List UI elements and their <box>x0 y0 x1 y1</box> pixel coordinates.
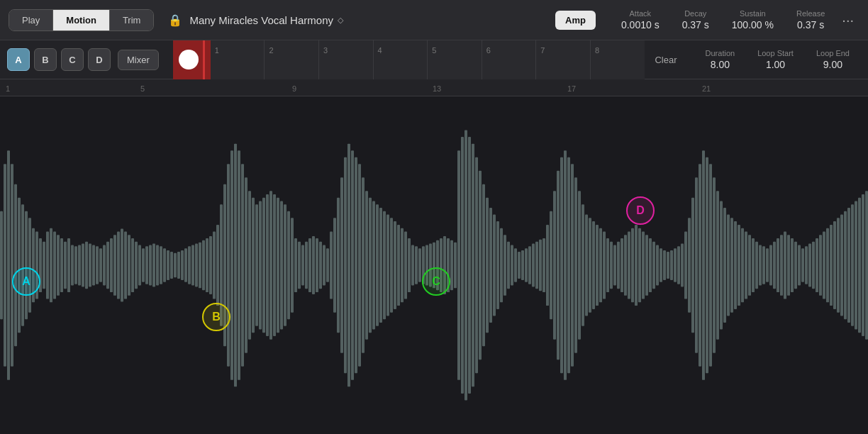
svg-rect-96 <box>340 177 343 353</box>
svg-rect-93 <box>330 231 333 299</box>
sustain-param: Sustain 100.00 % <box>732 9 774 30</box>
svg-rect-102 <box>362 177 365 353</box>
trim-button[interactable]: Trim <box>110 10 154 30</box>
svg-rect-151 <box>535 242 538 289</box>
svg-rect-39 <box>138 245 141 285</box>
svg-rect-184 <box>652 242 655 289</box>
slot-d-button[interactable]: D <box>88 48 111 71</box>
svg-rect-47 <box>167 250 169 280</box>
slot-c-button[interactable]: C <box>61 48 84 71</box>
svg-rect-61 <box>216 225 219 306</box>
step-cell-8[interactable]: 8 <box>591 40 645 79</box>
svg-rect-115 <box>408 238 411 292</box>
svg-rect-59 <box>209 236 212 294</box>
more-button[interactable]: ··· <box>836 9 859 31</box>
motion-button[interactable]: Motion <box>53 10 110 30</box>
slot-b-button[interactable]: B <box>34 48 57 71</box>
svg-rect-80 <box>284 204 286 326</box>
svg-rect-225 <box>798 245 801 285</box>
clear-button[interactable]: Clear <box>645 40 686 79</box>
step-cell-6[interactable]: 6 <box>482 40 537 79</box>
svg-rect-95 <box>337 198 340 333</box>
step-cell-3[interactable]: 3 <box>319 40 374 79</box>
svg-rect-181 <box>642 231 645 299</box>
svg-rect-129 <box>457 150 460 380</box>
svg-rect-35 <box>124 231 127 299</box>
svg-rect-107 <box>379 208 382 323</box>
marker-d[interactable]: D <box>626 196 655 225</box>
svg-rect-13 <box>46 231 49 299</box>
waveform-svg <box>0 96 868 434</box>
svg-rect-127 <box>450 240 453 290</box>
svg-rect-65 <box>230 150 233 380</box>
svg-rect-209 <box>741 228 744 303</box>
svg-rect-20 <box>71 245 74 285</box>
svg-rect-174 <box>617 242 620 289</box>
svg-rect-153 <box>542 238 545 292</box>
loop-params: Duration 8.00 Loop Start 1.00 Loop End 9… <box>687 40 868 79</box>
svg-rect-14 <box>50 228 52 303</box>
step-cell-5[interactable]: 5 <box>428 40 482 79</box>
marker-a[interactable]: A <box>12 267 40 296</box>
svg-rect-84 <box>298 242 301 289</box>
decay-label: Decay <box>684 9 706 18</box>
svg-rect-24 <box>85 242 88 289</box>
svg-rect-92 <box>326 248 329 282</box>
svg-rect-69 <box>245 177 247 353</box>
waveform-area[interactable]: 1 5 9 13 17 21 <box>0 79 868 434</box>
svg-rect-76 <box>269 191 272 339</box>
svg-rect-165 <box>585 215 588 316</box>
svg-rect-51 <box>181 250 184 280</box>
svg-rect-8 <box>28 218 31 312</box>
record-dot-icon <box>182 52 196 67</box>
svg-rect-31 <box>110 238 113 292</box>
svg-rect-232 <box>823 231 825 299</box>
marker-c[interactable]: C <box>422 267 450 296</box>
slot-a-button[interactable]: A <box>7 48 30 71</box>
svg-rect-207 <box>734 221 737 309</box>
svg-rect-224 <box>794 242 797 289</box>
svg-rect-118 <box>418 248 421 282</box>
ruler-mark-13: 13 <box>433 84 441 93</box>
svg-rect-158 <box>560 157 563 374</box>
svg-rect-101 <box>358 164 361 367</box>
waveform-ruler: 1 5 9 13 17 21 <box>0 79 868 96</box>
svg-rect-90 <box>319 242 322 289</box>
step-ruler: 1 2 3 4 5 6 7 8 <box>211 40 645 79</box>
svg-rect-214 <box>759 245 762 285</box>
decay-param: Decay 0.37 s <box>682 9 709 30</box>
lock-icon: 🔒 <box>168 13 182 27</box>
svg-rect-73 <box>259 201 262 330</box>
svg-rect-4 <box>14 184 17 346</box>
svg-rect-45 <box>160 246 162 284</box>
release-value: 0.37 s <box>797 19 824 30</box>
slot-buttons: A B C D Mixer <box>0 48 166 71</box>
svg-rect-32 <box>113 235 116 296</box>
svg-rect-36 <box>128 235 130 296</box>
step-cell-7[interactable]: 7 <box>536 40 591 79</box>
ruler-mark-1: 1 <box>6 84 10 93</box>
step-cell-1[interactable]: 1 <box>211 40 265 79</box>
svg-rect-25 <box>89 244 91 287</box>
svg-rect-87 <box>308 238 311 292</box>
record-section <box>173 40 211 79</box>
mixer-button[interactable]: Mixer <box>118 50 159 70</box>
svg-rect-49 <box>174 253 177 277</box>
svg-rect-235 <box>833 221 836 309</box>
step-cell-2[interactable]: 2 <box>265 40 319 79</box>
svg-rect-88 <box>312 236 315 294</box>
svg-rect-210 <box>745 231 747 299</box>
svg-rect-197 <box>699 164 701 367</box>
svg-rect-140 <box>496 221 499 309</box>
svg-rect-160 <box>567 157 570 374</box>
svg-rect-33 <box>117 231 120 299</box>
play-button[interactable]: Play <box>9 10 53 30</box>
svg-rect-238 <box>844 211 847 319</box>
svg-rect-192 <box>681 244 684 287</box>
amp-button[interactable]: Amp <box>555 11 596 30</box>
loop-end-value: 9.00 <box>823 59 842 70</box>
svg-rect-12 <box>43 242 45 289</box>
step-cell-4[interactable]: 4 <box>374 40 428 79</box>
marker-b[interactable]: B <box>202 303 230 331</box>
record-button[interactable] <box>179 50 199 69</box>
